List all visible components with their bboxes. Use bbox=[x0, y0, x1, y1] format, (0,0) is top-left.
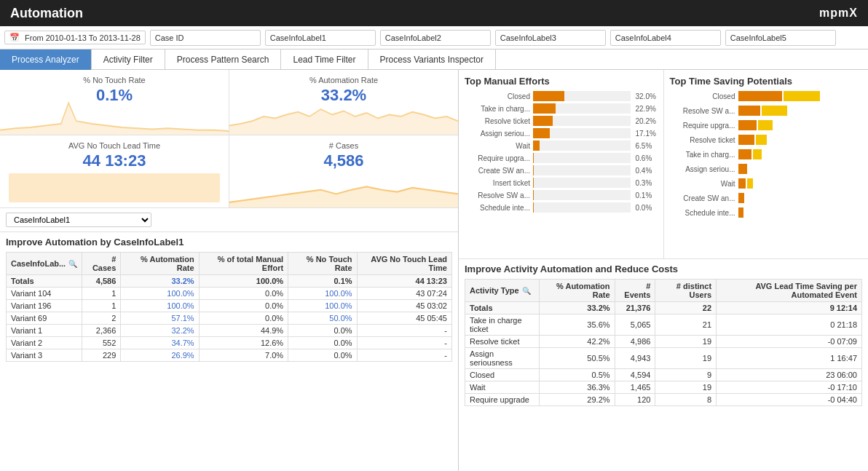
bar-container bbox=[533, 202, 631, 213]
bar-fill bbox=[533, 178, 534, 188]
mini-bar-label: Resolve ticket bbox=[670, 136, 735, 144]
tab-lead-time[interactable]: Lead Time Filter bbox=[281, 50, 368, 70]
mini-bar-orange bbox=[738, 207, 743, 218]
mini-bar-yellow bbox=[756, 135, 767, 145]
activity-search-icon[interactable]: 🔍 bbox=[522, 287, 531, 295]
automation-sparkline bbox=[229, 98, 458, 135]
improve-table-title: Improve Automation by CaseInfoLabel1 bbox=[6, 237, 452, 248]
bar-value: 32.0% bbox=[636, 92, 658, 100]
activity-row: Resolve ticket 42.2% 4,986 19 -0 07:09 bbox=[465, 336, 862, 348]
mini-bar-label: Wait bbox=[670, 180, 735, 188]
caseinfo5-input[interactable] bbox=[725, 30, 836, 46]
activity-row-totals: Totals 33.2% 21,376 22 9 12:14 bbox=[465, 302, 862, 314]
mini-bar-row: Closed bbox=[670, 91, 863, 101]
mini-bar-yellow bbox=[784, 91, 820, 101]
activity-row: Require upgrade 29.2% 120 8 -0 04:40 bbox=[465, 394, 862, 406]
bar-label: Closed bbox=[465, 92, 530, 100]
bar-value: 20.2% bbox=[636, 117, 658, 125]
no-touch-sparkline bbox=[0, 98, 229, 135]
tab-activity-filter[interactable]: Activity Filter bbox=[92, 50, 165, 70]
mini-bar-orange bbox=[738, 135, 754, 145]
charts-top: Top Manual Efforts Closed32.0%Take in ch… bbox=[459, 70, 868, 259]
app-title: Automation bbox=[10, 6, 83, 21]
bar-fill bbox=[533, 165, 534, 175]
bar-label: Require upgra... bbox=[465, 154, 530, 162]
mini-bars bbox=[738, 178, 753, 189]
mini-bar-label: Create SW an... bbox=[670, 194, 735, 202]
kpi-bottom-row: AVG No Touch Lead Time 44 13:23 # Cases … bbox=[0, 135, 458, 208]
activity-row: Closed 0.5% 4,594 9 23 06:00 bbox=[465, 369, 862, 381]
cases-label: # Cases bbox=[238, 141, 449, 150]
bar-value: 0.6% bbox=[636, 154, 658, 162]
bar-fill bbox=[533, 91, 564, 101]
mini-bar-label: Assign seriou... bbox=[670, 165, 735, 173]
manual-efforts-bars: Closed32.0%Take in charg...22.9%Resolve … bbox=[465, 91, 658, 213]
col-manual-effort: % of total Manual Effort bbox=[199, 253, 288, 275]
bar-fill bbox=[533, 190, 534, 200]
bar-fill bbox=[533, 128, 550, 138]
mini-bar-row: Create SW an... bbox=[670, 193, 863, 203]
manual-efforts-chart: Top Manual Efforts Closed32.0%Take in ch… bbox=[459, 70, 664, 258]
tab-process-analyzer[interactable]: Process Analyzer bbox=[0, 50, 92, 70]
mini-bars bbox=[738, 164, 747, 174]
bar-value: 0.0% bbox=[636, 204, 658, 212]
case-id-input[interactable] bbox=[150, 30, 261, 46]
tab-process-variants[interactable]: Process Variants Inspector bbox=[368, 50, 497, 70]
kpi-top-row: % No Touch Rate 0.1% % Automation Rate 3… bbox=[0, 70, 458, 135]
bar-row: Assign seriou...17.1% bbox=[465, 128, 658, 138]
bar-row: Wait6.5% bbox=[465, 140, 658, 151]
cases-kpi: # Cases 4,586 bbox=[229, 135, 458, 207]
table-row-totals: Totals 4,586 33.2% 100.0% 0.1% 44 13:23 bbox=[7, 275, 452, 288]
mini-bar-orange bbox=[738, 193, 744, 203]
bar-container bbox=[533, 153, 631, 163]
mini-bar-yellow bbox=[747, 178, 753, 189]
mini-bar-yellow bbox=[753, 149, 762, 159]
table-row: Variant 1 2,366 32.2% 44.9% 0.0% - bbox=[7, 325, 452, 337]
tab-process-pattern[interactable]: Process Pattern Search bbox=[165, 50, 282, 70]
mini-bars bbox=[738, 120, 773, 130]
bar-label: Insert ticket bbox=[465, 179, 530, 187]
caseinfo4-input[interactable] bbox=[610, 30, 721, 46]
bar-label: Resolve SW a... bbox=[465, 191, 530, 199]
time-saving-chart: Top Time Saving Potentials ClosedResolve… bbox=[664, 70, 869, 258]
bar-label: Create SW an... bbox=[465, 167, 530, 175]
caseinfo1-input[interactable] bbox=[265, 30, 376, 46]
main-content: % No Touch Rate 0.1% % Automation Rate 3… bbox=[0, 70, 868, 471]
app-header: Automation mpmX bbox=[0, 0, 868, 26]
manual-efforts-title: Top Manual Efforts bbox=[465, 76, 658, 87]
date-range-picker[interactable]: 📅 From 2010-01-13 To 2013-11-28 bbox=[4, 31, 146, 44]
no-touch-rate-kpi: % No Touch Rate 0.1% bbox=[0, 70, 229, 135]
mini-bars bbox=[738, 193, 744, 203]
right-panel: Top Manual Efforts Closed32.0%Take in ch… bbox=[459, 70, 868, 471]
col-caseinfo: CaseInfoLab... 🔍 bbox=[7, 253, 82, 275]
table-row: Variant 196 1 100.0% 0.0% 100.0% 45 03:0… bbox=[7, 300, 452, 312]
caseinfo3-input[interactable] bbox=[495, 30, 606, 46]
no-touch-rate-label: % No Touch Rate bbox=[9, 76, 220, 84]
mini-bar-label: Closed bbox=[670, 92, 735, 100]
bar-container bbox=[533, 165, 631, 175]
mini-bar-label: Resolve SW a... bbox=[670, 107, 735, 115]
bar-container bbox=[533, 116, 631, 126]
bar-container bbox=[533, 178, 631, 188]
mini-bars bbox=[738, 135, 767, 145]
bar-container bbox=[533, 190, 631, 200]
activity-row: Wait 36.3% 1,465 19 -0 17:10 bbox=[465, 381, 862, 394]
bar-label: Resolve ticket bbox=[465, 117, 530, 125]
activity-table-title: Improve Activity Automation and Reduce C… bbox=[465, 264, 862, 274]
col-cases: # Cases bbox=[82, 253, 121, 275]
bar-container bbox=[533, 103, 631, 114]
mini-bars bbox=[738, 91, 820, 101]
bar-row: Closed32.0% bbox=[465, 91, 658, 101]
bar-fill bbox=[533, 202, 534, 213]
mini-bar-orange bbox=[738, 178, 746, 189]
bar-container bbox=[533, 128, 631, 138]
avg-no-touch-label: AVG No Touch Lead Time bbox=[9, 141, 220, 150]
avg-no-touch-value: 44 13:23 bbox=[9, 151, 220, 170]
bar-row: Create SW an...0.4% bbox=[465, 165, 658, 175]
mini-bar-yellow bbox=[762, 106, 787, 116]
caseinfo2-input[interactable] bbox=[380, 30, 491, 46]
bar-value: 17.1% bbox=[636, 130, 658, 138]
mini-bar-label: Require upgra... bbox=[670, 122, 735, 130]
caseinfo-search-icon[interactable]: 🔍 bbox=[68, 260, 77, 268]
caseinfo-dropdown[interactable]: CaseInfoLabel1 CaseInfoLabel2 CaseInfoLa… bbox=[6, 213, 151, 227]
